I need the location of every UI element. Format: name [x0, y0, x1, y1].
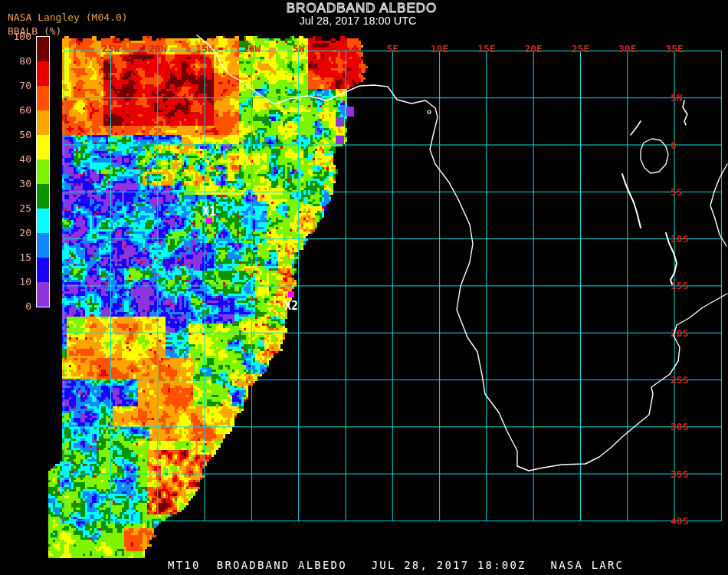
colorbar-segment [37, 233, 49, 258]
colorbar-tick: 0 [5, 301, 31, 312]
latitude-label: 30S [671, 421, 689, 432]
latitude-label: 35S [671, 468, 689, 480]
longitude-label: 35E [665, 43, 683, 54]
colorbar-tick: 20 [5, 227, 31, 238]
page-subtitle: Jul 28, 2017 18:00 UTC [299, 15, 416, 27]
colorbar-segment [37, 258, 49, 282]
status-bar: MT10 BROADBAND ALBEDO JUL 28, 2017 18:00… [168, 559, 624, 571]
latitude-label: 5S [671, 186, 683, 198]
longitude-label: 20E [524, 43, 542, 54]
map-overlay: 25W20W15W10W5W5E10E15E20E25E30E35E5N05S1… [0, 0, 728, 575]
colorbar-tick: 10 [5, 276, 31, 288]
colorbar-tick: 100 [5, 31, 31, 42]
colorbar [36, 36, 50, 307]
latitude-label: 5N [671, 92, 683, 104]
colorbar-tick: 15 [5, 251, 31, 263]
longitude-label: 10E [431, 43, 448, 54]
bioko-island-outline [428, 110, 431, 113]
lake-turkana-outline [683, 100, 687, 125]
agency-label: NASA Langley (M04.0) [8, 12, 128, 23]
latitude-label: 10S [671, 233, 689, 245]
lake-albert-outline [631, 121, 641, 135]
colorbar-tick: 60 [5, 104, 31, 116]
colorbar-segment [37, 159, 49, 184]
colorbar-segment [37, 282, 49, 307]
colorbar-tick: 30 [5, 178, 31, 189]
site-marker-x1 [206, 218, 212, 224]
longitude-label: 30E [618, 43, 636, 54]
colorbar-segment [37, 37, 49, 61]
latitude-label: 25S [671, 374, 689, 386]
site-marker-label-x2: X2 [284, 299, 298, 313]
colorbar-segment [37, 86, 49, 110]
longitude-label: 5W [293, 43, 305, 54]
albedo-viewer: 25W20W15W10W5W5E10E15E20E25E30E35E5N05S1… [0, 0, 728, 575]
longitude-label: 10W [243, 43, 261, 54]
latitude-label: 15S [671, 280, 689, 291]
colorbar-segment [37, 135, 49, 159]
latitude-label: 40S [671, 515, 689, 527]
coastline-east-africa [710, 164, 727, 246]
colorbar-segment [37, 61, 49, 86]
lake-victoria-outline [641, 139, 668, 173]
longitude-label: 25W [102, 43, 120, 54]
latitude-label: 20S [671, 327, 689, 339]
lake-tanganyika-outline [622, 174, 641, 228]
colorbar-tick: 80 [5, 55, 31, 67]
longitude-label: 20W [149, 43, 167, 54]
colorbar-segment [37, 209, 49, 233]
site-marker-x2 [288, 291, 294, 297]
colorbar-segment [37, 184, 49, 209]
longitude-label: 15E [477, 43, 495, 54]
colorbar-tick: 70 [5, 80, 31, 91]
latitude-label: 0 [671, 140, 677, 151]
longitude-label: 25E [572, 43, 589, 54]
colorbar-tick: 50 [5, 129, 31, 140]
colorbar-tick: 40 [5, 153, 31, 165]
longitude-label: 5E [386, 43, 398, 54]
colorbar-segment [37, 110, 49, 135]
coastline-west-africa [197, 35, 727, 471]
page-title: BROADBAND ALBEDO [287, 1, 437, 16]
colorbar-tick: 25 [5, 202, 31, 214]
site-marker-label-x1: X1 [202, 205, 216, 219]
